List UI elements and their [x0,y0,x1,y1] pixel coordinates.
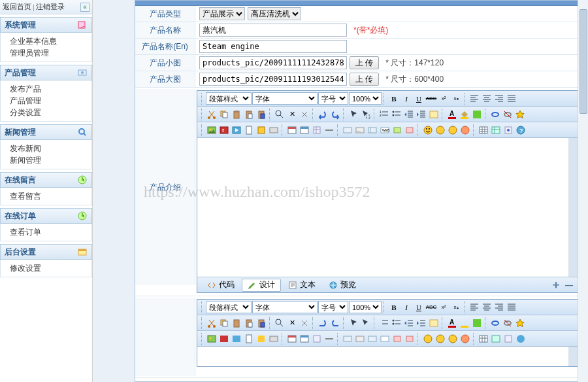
file-button[interactable] [243,124,255,136]
paste-text-button[interactable] [243,109,255,120]
box4-button[interactable]: WEB [379,124,391,136]
unlink-button-2[interactable] [502,317,514,329]
sidebar-group-5[interactable]: 后台设置 [0,244,92,260]
align-center-button-2[interactable] [481,302,493,313]
image-button[interactable] [206,124,218,136]
sidebar-group-3[interactable]: 在线留言 [0,172,92,188]
box3-button-2[interactable] [367,333,378,345]
sidebar-item-1-2[interactable]: 分类设置 [1,107,91,118]
sidebar-item-2-1[interactable]: 新闻管理 [1,154,91,166]
emote-button[interactable] [255,124,267,136]
box6-button[interactable] [404,124,416,136]
font-family-select[interactable]: 字体 [252,92,318,105]
box2-button[interactable]: ... [354,124,366,136]
paste-button[interactable] [231,109,242,120]
paste-button-2[interactable] [231,317,242,329]
underline-button[interactable]: U [413,93,425,105]
media-button[interactable] [231,124,242,136]
strike-button[interactable]: ABC [425,93,437,105]
logout-link[interactable]: 注销登录 [36,2,65,12]
smiley4-button[interactable] [459,124,471,136]
sidebar-item-1-0[interactable]: 发布产品 [1,83,91,95]
smiley2-button[interactable] [434,124,446,136]
bgcolor-button-2[interactable] [471,317,483,329]
table2-button[interactable] [490,124,502,136]
align-left-button-2[interactable] [468,302,480,313]
undo-button-2[interactable] [317,317,329,329]
help-button-2[interactable] [515,333,527,345]
sidebar-item-4-0[interactable]: 查看订单 [1,226,91,238]
paste-word-button-2[interactable] [255,317,267,329]
smiley2-button-2[interactable] [434,333,446,345]
props-button-2[interactable] [502,333,514,345]
font-size-select[interactable]: 字号 [318,92,348,105]
sidebar-item-5-0[interactable]: 修改设置 [1,262,91,274]
strike-button-2[interactable]: ABC [425,302,437,313]
time-button-2[interactable] [299,333,310,345]
flash-button-2[interactable] [218,333,230,345]
copy-button-2[interactable] [218,317,230,329]
anchor-button[interactable] [514,109,526,120]
file-button-2[interactable] [243,333,255,345]
thumb-upload-button[interactable]: 上 传 [350,56,379,69]
align-right-button-2[interactable] [493,302,505,313]
font-family-select-2[interactable]: 字体 [252,301,318,313]
date-button[interactable] [286,124,298,136]
find-button[interactable] [274,109,286,120]
backcolor-button-2[interactable] [459,317,470,329]
find-button-2[interactable] [274,317,286,329]
box4-button-2[interactable] [379,333,391,345]
redo-button[interactable] [329,109,341,120]
outdent-button-2[interactable] [403,317,415,329]
remove-format-button[interactable] [299,109,310,120]
select-all-button[interactable] [360,109,372,120]
scrollbar-thumb[interactable] [580,9,587,114]
box5-button[interactable] [391,124,403,136]
expand-button[interactable]: ✛ [551,281,561,290]
sidebar-item-2-0[interactable]: 发布新闻 [1,143,91,154]
product-name-en-input[interactable] [199,40,347,53]
outdent-button[interactable] [403,109,415,120]
box5-button-2[interactable] [391,333,403,345]
editor-body-2[interactable] [197,347,578,366]
image-button-2[interactable] [206,333,218,345]
tab-preview[interactable]: 预览 [323,279,362,292]
para-style-select[interactable]: 段落样式 [206,92,252,105]
anchor-button-2[interactable] [514,317,526,329]
table-button[interactable] [478,124,489,136]
subscript-button[interactable]: x₂ [450,93,462,105]
hr-button-2[interactable] [323,333,335,345]
cut-button-2[interactable] [206,317,218,329]
paste-text-button-2[interactable] [243,317,255,329]
product-category-select[interactable]: 高压清洗机 [248,7,301,20]
box3-button[interactable] [367,124,378,136]
box1-button[interactable] [342,124,353,136]
emote-button-2[interactable] [255,333,267,345]
undo-button[interactable] [317,109,329,120]
product-name-input[interactable] [199,24,347,37]
product-display-select[interactable]: 产品展示 [199,7,245,20]
box2-button-2[interactable] [354,333,366,345]
sidebar-item-0-0[interactable]: 企业基本信息 [1,35,91,47]
align-justify-button-2[interactable] [506,302,517,313]
flash-button[interactable]: f [218,124,230,136]
table-button-2[interactable] [478,333,489,345]
date-button-2[interactable] [286,333,298,345]
sidebar-item-0-1[interactable]: 管理员管理 [1,47,91,59]
italic-button[interactable]: I [400,93,412,105]
cursor-button[interactable] [348,109,359,120]
delete-button-2[interactable]: ✕ [286,317,298,329]
vertical-scrollbar[interactable] [578,0,588,382]
fontcolor-button[interactable]: A [446,109,458,120]
box1-button-2[interactable] [342,333,353,345]
unordered-list-button-2[interactable] [391,317,402,329]
ordered-list-button[interactable]: 12 [378,109,390,120]
tab-text[interactable]: 文本 [282,279,321,292]
help-button[interactable]: ? [515,124,527,136]
special-button-2[interactable] [268,333,280,345]
tab-design[interactable]: 设计 [242,279,281,292]
superscript-button[interactable]: x² [438,93,449,105]
align-right-button[interactable] [493,93,505,105]
remove-format-button-2[interactable] [299,317,310,329]
indent-button[interactable] [416,109,427,120]
